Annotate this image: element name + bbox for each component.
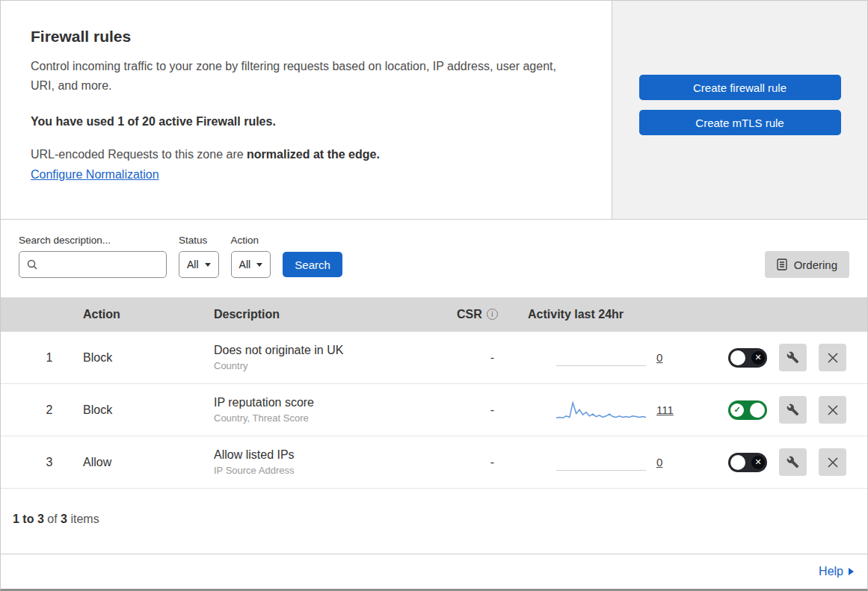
create-mtls-rule-button[interactable]: Create mTLS rule	[639, 110, 841, 135]
activity-count-link[interactable]: 0	[656, 351, 662, 364]
rule-fields: Country	[214, 360, 457, 371]
activity-count-link[interactable]: 111	[656, 403, 674, 416]
header-text-panel: Firewall rules Control incoming traffic …	[1, 1, 612, 219]
search-input[interactable]	[43, 259, 158, 270]
wrench-icon	[787, 456, 799, 468]
rule-csr: -	[457, 351, 528, 365]
rule-csr: -	[457, 403, 528, 417]
ordering-button[interactable]: Ordering	[765, 251, 849, 278]
action-field-group: Action All	[231, 235, 271, 278]
chevron-down-icon	[256, 263, 262, 267]
filter-controls: Search description... Status All Action …	[19, 235, 342, 278]
rule-description[interactable]: IP reputation score	[214, 396, 457, 409]
header-actions-panel: Create firewall rule Create mTLS rule	[612, 1, 867, 219]
column-csr: CSRi	[457, 308, 528, 321]
normalization-bold: normalized at the edge.	[247, 148, 380, 161]
rule-action: Block	[83, 403, 214, 417]
firewall-rules-page: Firewall rules Control incoming traffic …	[0, 0, 868, 591]
page-header: Firewall rules Control incoming traffic …	[1, 1, 867, 220]
ordering-icon	[777, 259, 787, 270]
pagination-total: 3	[61, 513, 67, 525]
ordering-button-label: Ordering	[794, 259, 837, 271]
activity-count-link[interactable]: 0	[656, 456, 662, 468]
activity-sparkline	[556, 454, 646, 471]
table-row: 3 Allow Allow listed IPs IP Source Addre…	[1, 436, 867, 489]
table-header-row: Action Description CSRi Activity last 24…	[1, 297, 867, 332]
table-row: 1 Block Does not originate in UK Country…	[1, 332, 867, 384]
rule-enabled-toggle[interactable]: ✕	[728, 453, 767, 472]
table-row: 2 Block IP reputation score Country, Thr…	[1, 384, 867, 436]
search-icon	[27, 259, 37, 270]
rule-action: Block	[83, 351, 214, 365]
rule-priority: 2	[1, 403, 83, 417]
chevron-down-icon	[205, 263, 211, 267]
rule-enabled-toggle[interactable]: ✕	[728, 348, 767, 368]
rule-description[interactable]: Does not originate in UK	[214, 344, 457, 357]
action-label: Action	[231, 235, 271, 246]
rule-activity-cell: 111	[528, 399, 692, 421]
create-firewall-rule-button[interactable]: Create firewall rule	[639, 75, 841, 100]
rule-action: Allow	[83, 456, 214, 469]
search-box[interactable]	[19, 251, 167, 278]
column-activity: Activity last 24hr	[528, 308, 692, 321]
help-link[interactable]: Help	[819, 565, 843, 578]
rule-priority: 1	[1, 351, 83, 365]
toggle-knob	[730, 455, 745, 470]
column-description: Description	[214, 308, 457, 321]
arrow-right-icon	[849, 568, 854, 575]
rule-activity-cell: 0	[528, 350, 692, 366]
delete-rule-button[interactable]	[819, 396, 846, 424]
toggle-knob	[730, 350, 745, 365]
rule-fields: IP Source Address	[214, 465, 457, 476]
rule-description-cell: IP reputation score Country, Threat Scor…	[214, 396, 457, 424]
toggle-state-icon: ✕	[751, 456, 765, 469]
column-action: Action	[83, 308, 214, 321]
edit-rule-button[interactable]	[779, 396, 807, 424]
rule-fields: Country, Threat Score	[214, 412, 457, 424]
search-field-group: Search description...	[19, 235, 167, 278]
search-label: Search description...	[19, 235, 167, 246]
pagination-summary: 1 to 3 of 3 items	[1, 489, 867, 554]
info-icon[interactable]: i	[487, 309, 498, 320]
filter-bar: Search description... Status All Action …	[1, 220, 867, 297]
configure-normalization-link[interactable]: Configure Normalization	[31, 168, 159, 182]
edit-rule-button[interactable]	[779, 344, 807, 371]
page-title: Firewall rules	[31, 28, 582, 46]
delete-rule-button[interactable]	[819, 448, 846, 476]
pagination-of: of	[47, 513, 57, 525]
action-select[interactable]: All	[231, 251, 271, 278]
status-field-group: Status All	[179, 235, 219, 278]
rule-priority: 3	[1, 456, 83, 469]
rule-activity-cell: 0	[528, 454, 692, 471]
rule-enabled-toggle[interactable]: ✓	[728, 400, 767, 420]
wrench-icon	[787, 403, 799, 416]
normalization-text: URL-encoded Requests to this zone are no…	[31, 148, 582, 161]
toggle-state-icon: ✓	[730, 403, 744, 417]
close-icon	[828, 405, 838, 415]
rule-controls: ✓	[692, 396, 867, 424]
search-button[interactable]: Search	[283, 252, 342, 277]
wrench-icon	[787, 351, 799, 364]
rule-description[interactable]: Allow listed IPs	[214, 448, 457, 462]
close-icon	[828, 457, 838, 468]
toggle-knob	[750, 403, 765, 418]
delete-rule-button[interactable]	[819, 344, 846, 371]
rules-table: Action Description CSRi Activity last 24…	[1, 297, 867, 489]
help-bar: Help	[1, 554, 867, 589]
edit-rule-button[interactable]	[779, 448, 807, 476]
status-select[interactable]: All	[179, 251, 219, 278]
rule-description-cell: Allow listed IPs IP Source Address	[214, 448, 457, 476]
rule-controls: ✕	[692, 448, 867, 476]
toggle-state-icon: ✕	[751, 351, 765, 365]
status-select-value: All	[187, 259, 199, 270]
pagination-range: 1 to 3	[13, 513, 44, 525]
rule-description-cell: Does not originate in UK Country	[214, 344, 457, 371]
csr-header-label: CSR	[457, 308, 482, 321]
activity-sparkline	[556, 350, 646, 366]
status-label: Status	[179, 235, 219, 246]
action-select-value: All	[239, 259, 251, 270]
rule-controls: ✕	[692, 344, 867, 371]
activity-sparkline	[556, 399, 646, 421]
normalization-prefix: URL-encoded Requests to this zone are	[31, 148, 247, 161]
usage-text: You have used 1 of 20 active Firewall ru…	[31, 115, 582, 129]
